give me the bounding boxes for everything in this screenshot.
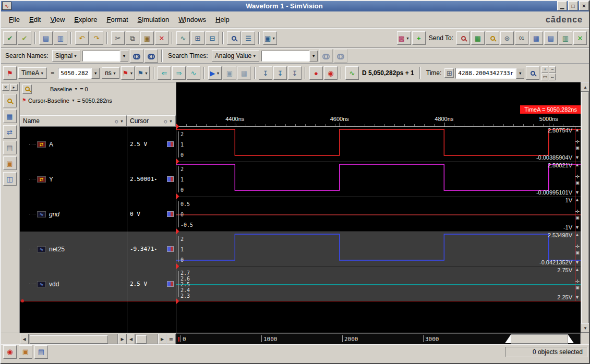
scale-adjust-icon[interactable]: ✛ (575, 174, 580, 179)
previous-edge-icon[interactable]: ⇐ (158, 66, 171, 80)
gift-icon[interactable]: ▩▼ (397, 31, 411, 45)
cursor-panel-scrollbar[interactable]: ◀ ▶ ≣ (127, 333, 176, 345)
signal-row-net25[interactable]: ∿net25 (20, 232, 127, 266)
cursor-value-gnd[interactable]: 0 V (127, 197, 176, 232)
time-range-icon[interactable]: ⊞ (444, 68, 454, 78)
delete-icon[interactable]: ✕ (155, 31, 168, 45)
time-cursor-line[interactable] (575, 127, 575, 301)
cursor-time-input[interactable] (58, 68, 91, 79)
open-database-icon[interactable]: ▤ (39, 31, 53, 45)
signal-row-Y[interactable]: ⇄Y (20, 162, 127, 197)
cursor-value-Y[interactable]: 2.50001▸ (127, 162, 176, 197)
scale-adjust-icon[interactable]: ✛ (575, 209, 580, 214)
close-database-icon[interactable]: ▥ (54, 31, 67, 45)
scroll-up-icon[interactable]: ▲ (581, 82, 590, 92)
waveform-canvas[interactable]: TimeA = 5050.282ns 4400ns4600ns4800ns500… (176, 82, 581, 333)
scale-down-icon[interactable]: ▼ (575, 295, 580, 300)
cut-icon[interactable]: ✂ (111, 31, 125, 45)
pan-icon[interactable]: ↔ (549, 74, 556, 80)
timea-cursor-icon[interactable]: ⚑ (3, 66, 17, 80)
waveform-window-icon[interactable]: ▣▼ (263, 31, 277, 45)
baseline-dropdown-icon[interactable]: ▼ (74, 87, 78, 91)
breakpoint-icon[interactable]: ◉ (324, 66, 338, 80)
zoom-in-icon[interactable]: + (541, 66, 548, 73)
add-icon[interactable]: + (412, 31, 426, 45)
zoom-out-icon[interactable]: − (549, 66, 556, 73)
search-times-combo-arrow[interactable]: ▼ (309, 51, 318, 62)
name-scroll-right-icon[interactable]: ▶ (118, 334, 127, 344)
table-tool-icon[interactable]: ▦ (3, 110, 17, 123)
name-column-header[interactable]: Name ☼ ▼ (20, 115, 127, 127)
marker-flag-icon[interactable]: ⚑▼ (121, 66, 135, 80)
name-panel-scrollbar[interactable]: ◀ ▶ (20, 333, 127, 345)
examine-time-icon[interactable] (22, 84, 32, 94)
scale-options-icon[interactable]: ▣ (575, 180, 580, 185)
probe-send-icon[interactable]: ✔ (18, 31, 31, 45)
vertical-scroll-thumb[interactable] (581, 92, 589, 323)
search-names-input[interactable] (82, 51, 120, 62)
search-icon[interactable] (227, 31, 240, 45)
titlebar[interactable]: ∿ Waveform 1 - SimVision ▁ □ ✕ (0, 0, 590, 11)
time-value-combo-arrow[interactable]: ▼ (516, 68, 524, 79)
menu-simulation[interactable]: Simulation (133, 13, 174, 26)
name-scroll-thumb[interactable] (30, 335, 108, 344)
name-scroll-left-icon[interactable]: ◀ (20, 334, 29, 344)
cursor-scroll-track[interactable] (135, 334, 158, 344)
cursor-time-combo-arrow[interactable]: ▼ (91, 68, 100, 79)
cursor-scroll-thumb[interactable] (136, 335, 147, 344)
redo-icon[interactable]: ↷ (90, 31, 103, 45)
cursor-format-icon[interactable] (167, 281, 174, 287)
waveform-row-Y[interactable]: 2102.50021V-0.00995101V▲✛▣▼ (176, 162, 581, 197)
search-edge-icon[interactable]: ∿ (187, 66, 200, 80)
cursor-scroll-right-icon[interactable]: ▶ (158, 334, 166, 344)
run-to-break-icon[interactable]: ↧ (259, 66, 272, 80)
menu-format[interactable]: Format (102, 13, 133, 26)
save-icon[interactable]: ▤ (34, 345, 48, 359)
send-to-memory-icon[interactable]: ▦ (529, 31, 543, 45)
memory-tool-icon[interactable]: ◫ (3, 172, 17, 186)
waveform-row-gnd[interactable]: 0.50-0.51V-1V▲✛▣▼ (176, 197, 581, 232)
detach-pane-icon[interactable]: ▸ (10, 84, 18, 91)
cursor-select-dropdown[interactable]: TimeA ▼ (18, 67, 47, 79)
insert-bus-icon[interactable]: ⊞ (191, 31, 204, 45)
scale-adjust-icon[interactable]: ✛ (575, 279, 580, 284)
send-to-registers-icon[interactable]: 01 (515, 31, 528, 45)
cursor-format-icon[interactable] (167, 176, 174, 182)
cursor-column-header[interactable]: Cursor ☼ ▼ (127, 115, 176, 127)
vertical-scrollbar[interactable]: ▲ ▼ (581, 82, 590, 333)
scale-options-icon[interactable]: ▣ (575, 285, 580, 290)
menu-windows[interactable]: Windows (174, 13, 211, 26)
cursor-format-icon[interactable] (167, 246, 174, 252)
search-names-type-dropdown[interactable]: Signal ▼ (52, 50, 80, 62)
overview-scroll-thumb[interactable] (511, 334, 568, 344)
send-to-signal-flow-icon[interactable]: ⊛ (500, 31, 514, 45)
waveform-row-vdd[interactable]: 2.72.62.52.42.32.75V2.25V▲✛▣▼ (176, 266, 581, 301)
signal-row-vdd[interactable]: ∿vdd (20, 266, 127, 301)
scroll-down-icon[interactable]: ▼ (581, 323, 590, 333)
expand-columns-icon[interactable]: ≣ (166, 334, 176, 344)
search-names-combo-arrow[interactable]: ▼ (120, 51, 128, 62)
name-column-menu-icon[interactable]: ☼ ▼ (114, 118, 124, 124)
signal-list-icon[interactable]: ☰ (242, 31, 255, 45)
search-times-input[interactable] (261, 51, 309, 62)
time-overview-bar[interactable]: 0100020003000 (176, 333, 581, 345)
marker-menu-icon[interactable]: ⚑▼ (136, 66, 150, 80)
send-to-watch-icon[interactable]: ▥ (559, 31, 572, 45)
undo-icon[interactable]: ↶ (75, 31, 89, 45)
scale-up-icon[interactable]: ▲ (575, 198, 580, 202)
insert-signal-icon[interactable]: ∿ (176, 31, 190, 45)
source-tool-icon[interactable]: ▤ (3, 141, 17, 154)
scale-down-icon[interactable]: ▼ (575, 190, 580, 195)
scale-down-icon[interactable]: ▼ (575, 155, 580, 160)
scale-up-icon[interactable]: ▲ (575, 163, 580, 167)
waveform-row-A[interactable]: 2102.50754V-0.00385904V▲✛▣▼ (176, 127, 581, 162)
zoom-fit-icon[interactable]: ▭ (541, 74, 548, 80)
close-pane-icon[interactable]: ✕ (2, 84, 9, 91)
overview-left-handle[interactable] (505, 335, 511, 343)
timeline[interactable]: TimeA = 5050.282ns 4400ns4600ns4800ns500… (176, 82, 581, 127)
probe-waveform-icon[interactable]: ✔ (3, 31, 17, 45)
waveform-row-net25[interactable]: 2102.53498V-0.0421352V▲✛▣▼ (176, 232, 581, 266)
zoom-time-icon[interactable] (526, 66, 539, 80)
simvision-status-icon[interactable]: ◉ (3, 345, 17, 359)
send-to-schematic-icon[interactable]: ▦ (471, 31, 485, 45)
